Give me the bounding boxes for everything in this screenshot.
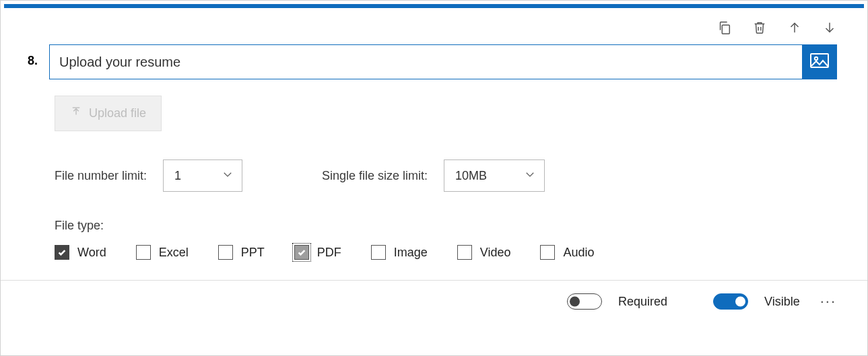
visible-label: Visible xyxy=(764,295,800,309)
file-type-option-label: Excel xyxy=(159,246,189,260)
file-number-limit-value: 1 xyxy=(174,169,181,183)
file-type-option-label: Word xyxy=(77,246,106,260)
file-type-checkbox[interactable]: Audio xyxy=(540,245,594,260)
visible-toggle[interactable] xyxy=(713,293,748,310)
file-type-option-label: PPT xyxy=(241,246,265,260)
file-type-checkbox[interactable]: PPT xyxy=(218,245,265,260)
insert-media-button[interactable] xyxy=(802,44,837,79)
file-size-limit-value: 10MB xyxy=(455,169,487,183)
required-toggle[interactable] xyxy=(567,293,602,310)
file-type-checkbox[interactable]: Image xyxy=(371,245,428,260)
more-options-button[interactable]: ··· xyxy=(816,293,840,310)
upload-file-button: Upload file xyxy=(55,96,162,131)
file-type-options: WordExcelPPTPDFImageVideoAudio xyxy=(55,245,837,260)
upload-file-label: Upload file xyxy=(89,106,146,120)
file-number-limit-select[interactable]: 1 xyxy=(163,159,242,192)
question-title-input[interactable] xyxy=(49,44,802,79)
file-type-label: File type: xyxy=(55,219,837,233)
file-type-checkbox[interactable]: PDF xyxy=(294,245,341,260)
file-type-checkbox[interactable]: Video xyxy=(457,245,511,260)
svg-point-2 xyxy=(815,57,817,60)
file-size-limit-label: Single file size limit: xyxy=(322,169,428,183)
file-number-limit-label: File number limit: xyxy=(55,169,147,183)
question-toolbar xyxy=(1,8,867,44)
trash-icon[interactable] xyxy=(752,20,767,38)
question-number: 8. xyxy=(28,54,41,68)
upload-icon xyxy=(70,106,82,121)
move-up-icon[interactable] xyxy=(787,20,802,38)
required-label: Required xyxy=(618,295,667,309)
svg-rect-0 xyxy=(722,25,729,34)
file-type-checkbox[interactable]: Word xyxy=(55,245,106,260)
file-type-option-label: Image xyxy=(394,246,428,260)
move-down-icon[interactable] xyxy=(822,20,837,38)
file-size-limit-select[interactable]: 10MB xyxy=(444,159,545,192)
image-icon xyxy=(810,53,829,71)
file-type-option-label: PDF xyxy=(317,246,341,260)
file-type-option-label: Video xyxy=(480,246,511,260)
chevron-down-icon xyxy=(524,168,536,184)
chevron-down-icon xyxy=(222,168,234,184)
copy-icon[interactable] xyxy=(717,20,732,38)
file-type-option-label: Audio xyxy=(563,246,594,260)
file-type-checkbox[interactable]: Excel xyxy=(136,245,189,260)
